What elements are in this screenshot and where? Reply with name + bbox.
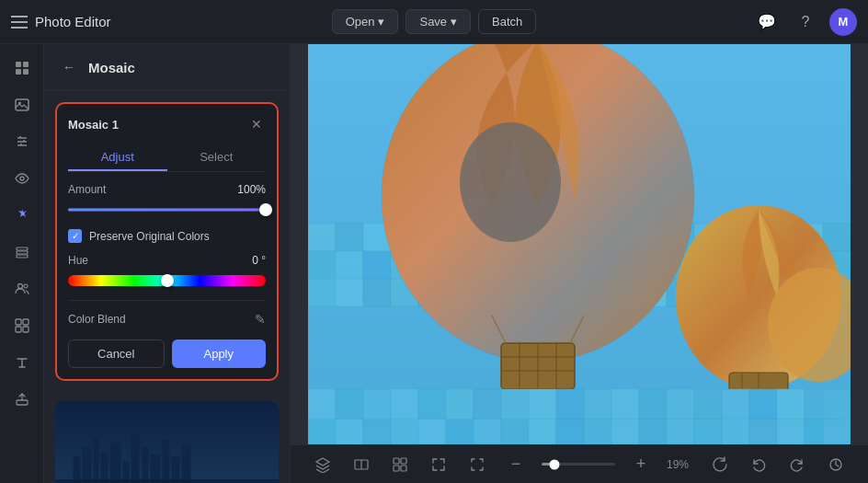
expand-icon[interactable]: [426, 452, 451, 477]
svg-rect-61: [363, 251, 391, 279]
svg-rect-148: [639, 420, 667, 445]
svg-rect-128: [639, 389, 667, 420]
save-button[interactable]: Save ▾: [405, 9, 471, 34]
svg-rect-153: [777, 420, 805, 445]
panel-title: Mosaic: [88, 60, 135, 75]
svg-rect-138: [363, 420, 391, 445]
edit-icon[interactable]: ✎: [255, 312, 266, 327]
color-blend-row: Color Blend ✎: [68, 312, 266, 327]
sidebar-item-eye[interactable]: [6, 162, 39, 195]
sidebar-item-effects[interactable]: [6, 199, 39, 232]
balloon-scene: [308, 44, 851, 444]
tab-adjust[interactable]: Adjust: [68, 144, 167, 171]
sidebar-item-star[interactable]: [6, 309, 39, 342]
preserve-row[interactable]: ✓ Preserve Original Colors: [68, 229, 266, 243]
sidebar-item-text[interactable]: [6, 346, 39, 379]
menu-icon[interactable]: [11, 16, 28, 29]
sidebar-item-image[interactable]: [6, 88, 39, 121]
svg-point-12: [20, 177, 24, 180]
sidebar-item-users[interactable]: [6, 272, 39, 305]
main-content: ← Mosaic Mosaic 1 ✕ Adjust Select Amount…: [0, 44, 868, 483]
tab-bar: Adjust Select: [68, 144, 266, 172]
help-icon[interactable]: ?: [791, 7, 820, 37]
svg-point-17: [24, 284, 28, 288]
thumbnail-area: Mosaic 2 Ai: [44, 392, 290, 483]
svg-rect-14: [17, 251, 28, 254]
svg-rect-151: [722, 420, 749, 445]
svg-rect-139: [391, 420, 418, 445]
svg-rect-59: [308, 251, 336, 279]
zoom-slider[interactable]: [542, 463, 615, 466]
svg-rect-81: [363, 279, 391, 306]
app-title: Photo Editor: [35, 14, 111, 29]
preserve-checkbox[interactable]: ✓: [68, 229, 82, 243]
back-button[interactable]: ←: [57, 55, 81, 79]
svg-rect-117: [336, 389, 363, 420]
chevron-down-icon: ▾: [451, 15, 457, 29]
sidebar-item-profile[interactable]: [6, 52, 39, 85]
svg-rect-129: [667, 389, 694, 420]
layers-icon[interactable]: [310, 452, 336, 477]
sidebar-item-export[interactable]: [6, 383, 39, 416]
card-title: Mosaic 1: [68, 118, 119, 132]
tab-select[interactable]: Select: [167, 144, 267, 171]
hue-label: Hue: [68, 254, 88, 267]
batch-button[interactable]: Batch: [478, 9, 536, 34]
left-panel: ← Mosaic Mosaic 1 ✕ Adjust Select Amount…: [44, 44, 291, 483]
divider: [68, 300, 266, 301]
card-header: Mosaic 1 ✕: [68, 115, 266, 133]
topbar-right: 💬 ? M: [545, 7, 857, 37]
svg-rect-149: [667, 420, 694, 445]
redo-icon[interactable]: [784, 452, 810, 477]
svg-rect-2: [16, 69, 21, 75]
image-canvas[interactable]: [291, 44, 868, 444]
svg-rect-141: [446, 420, 474, 445]
fit-icon[interactable]: [464, 452, 490, 477]
open-button[interactable]: Open ▾: [332, 9, 399, 34]
amount-slider[interactable]: [68, 201, 266, 218]
effect-card: Mosaic 1 ✕ Adjust Select Amount 100%: [55, 102, 279, 381]
apply-button[interactable]: Apply: [172, 339, 267, 368]
avatar[interactable]: M: [829, 8, 857, 36]
zoom-out-icon[interactable]: −: [503, 452, 529, 477]
svg-rect-122: [474, 389, 501, 420]
cancel-button[interactable]: Cancel: [68, 339, 165, 368]
svg-rect-140: [418, 420, 446, 445]
svg-rect-159: [394, 458, 399, 464]
hue-value: 0 °: [252, 254, 266, 267]
svg-rect-150: [694, 420, 722, 445]
svg-rect-152: [749, 420, 777, 445]
svg-rect-3: [23, 69, 29, 75]
hue-row: Hue 0 °: [68, 254, 266, 267]
undo-icon[interactable]: [746, 452, 771, 477]
thumbnail[interactable]: Mosaic 2 Ai: [55, 401, 279, 483]
zoom-in-icon[interactable]: +: [628, 452, 654, 477]
grid-icon[interactable]: [387, 452, 413, 477]
rotate-icon[interactable]: [707, 452, 733, 477]
svg-rect-123: [501, 389, 529, 420]
topbar: Photo Editor Open ▾ Save ▾ Batch 💬 ? M: [0, 0, 868, 44]
svg-rect-121: [446, 389, 474, 420]
svg-rect-1: [23, 62, 29, 67]
svg-rect-137: [336, 420, 363, 445]
sidebar-item-layers[interactable]: [6, 236, 39, 269]
comment-icon[interactable]: 💬: [752, 7, 782, 37]
svg-rect-146: [584, 420, 611, 445]
svg-rect-118: [363, 389, 391, 420]
image-area: − + 19%: [291, 44, 868, 483]
history-icon[interactable]: [823, 452, 849, 477]
close-button[interactable]: ✕: [247, 115, 266, 133]
svg-point-16: [17, 284, 22, 289]
svg-rect-145: [556, 420, 584, 445]
svg-rect-13: [17, 247, 28, 250]
sidebar-item-adjust[interactable]: [6, 125, 39, 158]
action-buttons: Cancel Apply: [68, 339, 266, 368]
svg-rect-39: [308, 224, 336, 251]
svg-rect-40: [336, 224, 363, 251]
svg-rect-15: [17, 255, 28, 258]
svg-rect-60: [336, 251, 363, 279]
compare-icon[interactable]: [348, 452, 374, 477]
hue-slider[interactable]: [68, 272, 266, 289]
svg-rect-162: [401, 466, 406, 471]
svg-rect-130: [694, 389, 722, 420]
